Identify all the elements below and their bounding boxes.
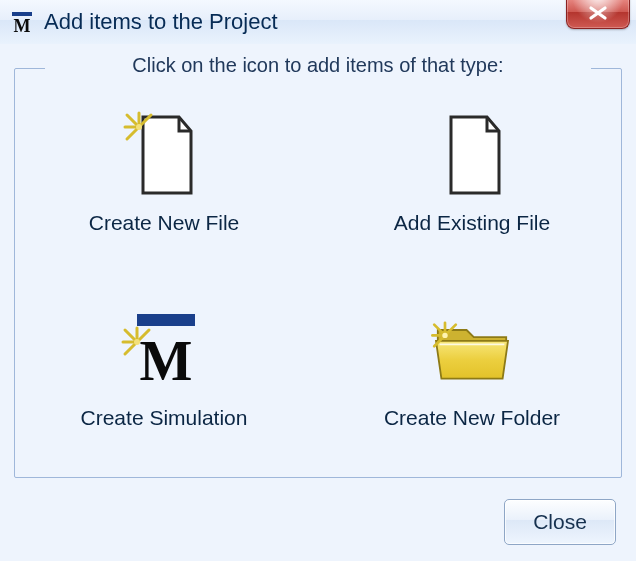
create-new-file-item[interactable]: Create New File [15,107,313,272]
window-close-button[interactable] [566,0,630,29]
close-button-label: Close [533,510,587,534]
svg-point-21 [442,332,447,337]
client-area: Click on the icon to add items of that t… [0,44,636,561]
create-new-file-label: Create New File [89,211,240,235]
window-title: Add items to the Project [44,9,636,35]
create-new-folder-label: Create New Folder [384,406,560,430]
add-items-groupbox: Click on the icon to add items of that t… [14,68,622,478]
svg-text:M: M [14,16,31,34]
existing-file-icon [427,107,517,207]
new-file-icon [119,107,209,207]
group-legend: Click on the icon to add items of that t… [45,54,591,77]
create-simulation-label: Create Simulation [81,406,248,430]
add-existing-file-label: Add Existing File [394,211,550,235]
svg-rect-8 [137,314,195,326]
new-folder-icon [427,302,517,402]
svg-point-7 [136,124,142,130]
add-existing-file-item[interactable]: Add Existing File [323,107,621,272]
title-bar: M Add items to the Project [0,0,636,45]
create-simulation-item[interactable]: M Create Simulation [15,302,313,467]
close-button[interactable]: Close [504,499,616,545]
svg-text:M: M [140,330,193,392]
svg-point-15 [134,339,140,345]
simulation-icon: M [119,302,209,402]
create-new-folder-item[interactable]: Create New Folder [323,302,621,467]
items-grid: Create New File Add Existing File M [15,107,621,467]
close-icon [587,5,609,21]
app-icon: M [10,10,34,34]
